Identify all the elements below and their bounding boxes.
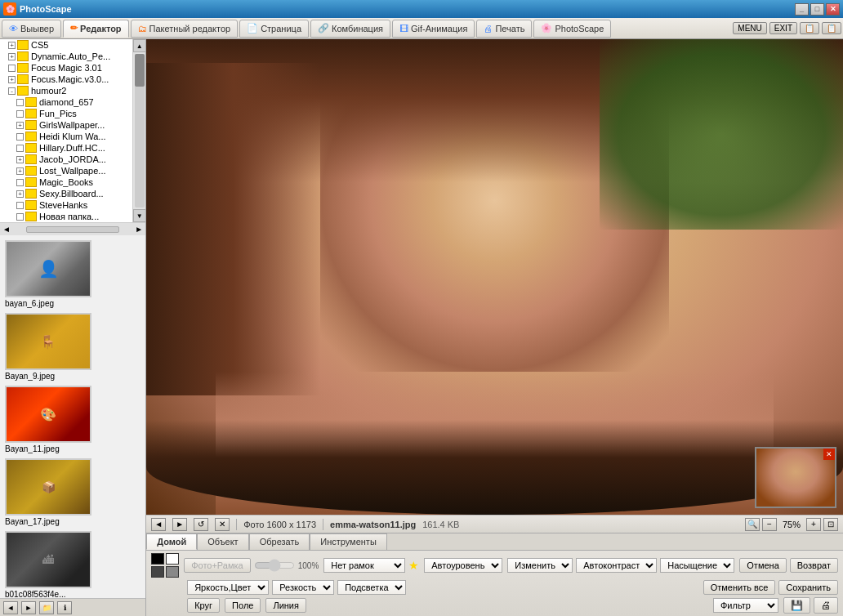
black-swatch[interactable] [151,553,164,565]
field-button[interactable]: Поле [225,598,261,613]
photoscape-icon: 🌸 [541,23,552,33]
tree-item-diamond[interactable]: diamond_657 [0,96,132,108]
tree-item-funpics[interactable]: Fun_Pics [0,108,132,119]
tab-gif[interactable]: 🎞 Gif-Анимация [392,20,475,38]
filter-select[interactable]: Фильтр [713,598,778,613]
nav-prev-btn[interactable]: ◄ [3,601,18,614]
folder-icon [25,177,37,187]
zoom-reset-btn[interactable]: ⊡ [823,518,838,531]
status-refresh-btn[interactable]: ↺ [194,518,208,531]
tree-scrollbar[interactable]: ▲ ▼ [132,39,145,222]
folder-icon [25,154,37,164]
status-prev-btn[interactable]: ◄ [151,518,166,531]
thumb-bayan9[interactable]: 🪑 Bayan_9.jpeg [3,311,93,382]
folder-btn[interactable]: 📁 [39,601,54,614]
editor-controls: Фото+Рамка 100% Нет рамок ★ [146,551,843,616]
highlight-select[interactable]: Подсветка [337,580,406,595]
tab-tools[interactable]: Инструменты [310,533,387,550]
tree-h-scrollbar[interactable]: ◄ ► [0,222,145,235]
print-icon-btn[interactable]: 🖨 [814,597,838,614]
file-tree-container: + CS5 + Dynamic.Auto_Pe... Focus Magic 3… [0,39,145,222]
minimize-button[interactable]: _ [795,3,809,16]
tree-item-humour2[interactable]: - humour2 [0,85,132,96]
frame-slider[interactable] [254,559,295,572]
status-bar: ◄ ► ↺ ✕ Фото 1600 x 1173 emma-watson11.j… [146,515,843,533]
cancel-all-button[interactable]: Отменить все [703,580,776,595]
left-nav-btn[interactable]: ◄ [0,225,13,234]
brightness-select[interactable]: Яркость,Цвет [187,580,269,595]
status-delete-btn[interactable]: ✕ [215,518,230,531]
tab-print[interactable]: 🖨 Печать [476,20,532,38]
status-next-btn[interactable]: ► [172,518,187,531]
save-button[interactable]: Сохранить [778,580,838,595]
info-btn[interactable]: ℹ [57,601,72,614]
tree-item-stevehanks[interactable]: SteveHanks [0,199,132,211]
line-button[interactable]: Линия [265,598,306,613]
editor-toolbar: Домой Объект Обрезать Инструменты [146,533,843,616]
tab-viewer[interactable]: 👁 Выывер [2,20,61,38]
auto-level-select[interactable]: Автоуровень [424,558,502,573]
tab-page[interactable]: 📄 Страница [239,20,309,38]
zoom-in-btn[interactable]: + [806,518,821,531]
zoom-level: 75% [779,520,804,529]
frame-select[interactable]: Нет рамок [323,558,405,573]
zoom-fit-btn[interactable]: 🔍 [745,518,760,531]
portrait-background [146,39,843,515]
close-button[interactable]: ✕ [826,3,840,16]
circle-button[interactable]: Круг [187,598,220,613]
star-icon[interactable]: ★ [408,559,419,572]
clipboard-button2[interactable]: 📋 [822,22,841,34]
tree-item-lost[interactable]: + Lost_Wallpape... [0,165,132,176]
frame-button[interactable]: Фото+Рамка [184,558,251,573]
scroll-thumb[interactable] [135,54,145,87]
redo-button[interactable]: Возврат [790,558,838,573]
scroll-down-btn[interactable]: ▼ [133,209,146,222]
tab-photoscape[interactable]: 🌸 PhotoScape [533,20,611,38]
filename: emma-watson11.jpg [330,520,416,529]
tab-home[interactable]: Домой [146,533,197,550]
nav-next-btn[interactable]: ► [21,601,36,614]
thumb-bayan6[interactable]: 👤 bayan_6.jpeg [3,239,93,310]
tree-item-hillary[interactable]: Hillary.Duff.HC... [0,142,132,154]
h-scroll-track [26,226,119,233]
saturation-select[interactable]: Насыщение [660,558,734,573]
cancel-button[interactable]: Отмена [739,558,786,573]
tab-crop[interactable]: Обрезать [249,533,310,550]
thumb-bayan17[interactable]: 📦 Bayan_17.jpeg [3,457,93,528]
tab-combine[interactable]: 🔗 Комбинация [310,20,390,38]
white-swatch[interactable] [166,553,179,565]
menu-button[interactable]: MENU [733,22,766,34]
tree-item-cs5[interactable]: + CS5 [0,39,132,51]
save-icon-btn[interactable]: 💾 [783,597,810,614]
exit-button[interactable]: EXIT [769,22,797,34]
scroll-up-btn[interactable]: ▲ [133,39,146,52]
tab-object[interactable]: Объект [197,533,248,550]
print-icon: 🖨 [484,24,493,33]
thumb-bayan11[interactable]: 🎨 Bayan_11.jpeg [3,384,93,455]
tree-item-girls[interactable]: + GirlsWallpaper... [0,119,132,131]
change-select[interactable]: Изменить [507,558,573,573]
tree-item-dynamic[interactable]: + Dynamic.Auto_Pe... [0,51,132,62]
tab-editor[interactable]: ✏ Редактор [63,20,128,38]
tree-item-magic-books[interactable]: Magic_Books [0,176,132,188]
tree-item-jacob[interactable]: + Jacob_JORDA... [0,154,132,165]
thumb-label: Bayan_9.jpeg [5,372,91,381]
clipboard-button1[interactable]: 📋 [800,22,819,34]
auto-contrast-select[interactable]: Автоконтраст [576,558,657,573]
thumb-b01c[interactable]: 🏙 b01c08f563f4e... [3,529,93,598]
tree-item-sexy[interactable]: + Sexy.Billboard... [0,188,132,199]
tree-item-focus3[interactable]: Focus Magic 3.01 [0,62,132,74]
tree-item-heidi[interactable]: Heidi Klum Wa... [0,131,132,142]
maximize-button[interactable]: □ [810,3,824,16]
tab-batch[interactable]: 🗂 Пакетный редактор [131,20,239,38]
tree-item-newdir[interactable]: Новая папка... [0,211,132,222]
zoom-out-btn[interactable]: − [762,518,777,531]
mini-preview-close[interactable]: ✕ [823,449,835,460]
gray-swatch[interactable] [166,566,179,578]
scroll-track [135,54,145,208]
right-nav-btn[interactable]: ► [132,225,145,234]
tree-item-focusv3[interactable]: + Focus.Magic.v3.0... [0,74,132,85]
sharpness-select[interactable]: Резкость [272,580,334,595]
darkgray-swatch[interactable] [151,566,164,578]
file-tree[interactable]: + CS5 + Dynamic.Auto_Pe... Focus Magic 3… [0,39,132,222]
